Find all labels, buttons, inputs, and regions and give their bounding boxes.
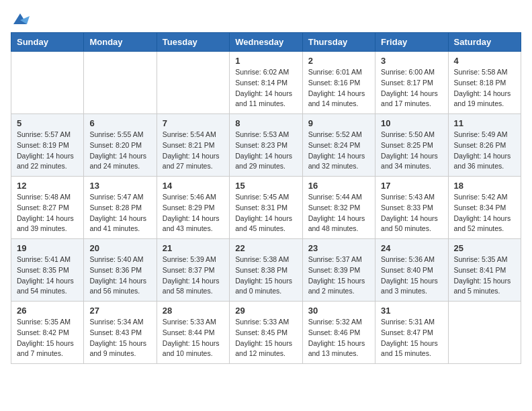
calendar-cell: 15Sunrise: 5:45 AM Sunset: 8:31 PM Dayli… xyxy=(230,177,302,239)
calendar-cell: 29Sunrise: 5:33 AM Sunset: 8:45 PM Dayli… xyxy=(230,302,302,364)
day-info: Sunrise: 5:49 AM Sunset: 8:26 PM Dayligh… xyxy=(454,130,515,172)
header-wednesday: Wednesday xyxy=(230,33,302,52)
day-info: Sunrise: 6:00 AM Sunset: 8:17 PM Dayligh… xyxy=(381,67,442,109)
day-number: 7 xyxy=(163,118,224,128)
calendar-cell: 6Sunrise: 5:55 AM Sunset: 8:20 PM Daylig… xyxy=(84,114,157,177)
day-number: 9 xyxy=(308,118,369,128)
day-number: 30 xyxy=(308,306,369,316)
day-info: Sunrise: 5:40 AM Sunset: 8:36 PM Dayligh… xyxy=(89,255,150,297)
calendar-cell: 26Sunrise: 5:35 AM Sunset: 8:42 PM Dayli… xyxy=(11,302,84,364)
day-info: Sunrise: 5:45 AM Sunset: 8:31 PM Dayligh… xyxy=(235,192,296,234)
header-friday: Friday xyxy=(375,33,448,52)
page-header xyxy=(11,11,521,24)
day-number: 25 xyxy=(454,243,515,253)
day-info: Sunrise: 5:38 AM Sunset: 8:38 PM Dayligh… xyxy=(235,255,296,297)
day-number: 24 xyxy=(381,243,442,253)
calendar-cell: 30Sunrise: 5:32 AM Sunset: 8:46 PM Dayli… xyxy=(302,302,375,364)
header-thursday: Thursday xyxy=(302,33,375,52)
day-number: 14 xyxy=(163,181,224,191)
calendar-cell: 22Sunrise: 5:38 AM Sunset: 8:38 PM Dayli… xyxy=(230,239,302,302)
day-info: Sunrise: 5:53 AM Sunset: 8:23 PM Dayligh… xyxy=(235,130,296,172)
calendar-cell: 19Sunrise: 5:41 AM Sunset: 8:35 PM Dayli… xyxy=(11,239,84,302)
day-number: 20 xyxy=(89,243,150,253)
calendar-cell: 16Sunrise: 5:44 AM Sunset: 8:32 PM Dayli… xyxy=(302,177,375,239)
day-info: Sunrise: 5:33 AM Sunset: 8:45 PM Dayligh… xyxy=(235,317,296,359)
calendar-cell: 18Sunrise: 5:42 AM Sunset: 8:34 PM Dayli… xyxy=(448,177,521,239)
day-number: 22 xyxy=(235,243,296,253)
calendar-cell: 9Sunrise: 5:52 AM Sunset: 8:24 PM Daylig… xyxy=(302,114,375,177)
calendar-cell: 3Sunrise: 6:00 AM Sunset: 8:17 PM Daylig… xyxy=(375,52,448,114)
day-info: Sunrise: 5:36 AM Sunset: 8:40 PM Dayligh… xyxy=(381,255,442,297)
calendar-cell xyxy=(448,302,521,364)
week-row-2: 12Sunrise: 5:48 AM Sunset: 8:27 PM Dayli… xyxy=(11,177,521,239)
day-info: Sunrise: 5:55 AM Sunset: 8:20 PM Dayligh… xyxy=(89,130,150,172)
day-number: 4 xyxy=(454,56,515,66)
day-number: 19 xyxy=(17,243,78,253)
header-saturday: Saturday xyxy=(448,33,521,52)
day-info: Sunrise: 6:01 AM Sunset: 8:16 PM Dayligh… xyxy=(308,67,369,109)
day-info: Sunrise: 5:58 AM Sunset: 8:18 PM Dayligh… xyxy=(454,67,515,109)
day-number: 12 xyxy=(17,181,78,191)
calendar-cell xyxy=(157,52,229,114)
calendar-header-row: SundayMondayTuesdayWednesdayThursdayFrid… xyxy=(11,33,521,52)
week-row-3: 19Sunrise: 5:41 AM Sunset: 8:35 PM Dayli… xyxy=(11,239,521,302)
day-info: Sunrise: 6:02 AM Sunset: 8:14 PM Dayligh… xyxy=(235,67,296,109)
calendar-cell: 10Sunrise: 5:50 AM Sunset: 8:25 PM Dayli… xyxy=(375,114,448,177)
day-info: Sunrise: 5:42 AM Sunset: 8:34 PM Dayligh… xyxy=(454,192,515,234)
day-info: Sunrise: 5:48 AM Sunset: 8:27 PM Dayligh… xyxy=(17,192,78,234)
day-number: 27 xyxy=(89,306,150,316)
day-info: Sunrise: 5:35 AM Sunset: 8:42 PM Dayligh… xyxy=(17,317,78,359)
day-info: Sunrise: 5:31 AM Sunset: 8:47 PM Dayligh… xyxy=(381,317,442,359)
day-info: Sunrise: 5:46 AM Sunset: 8:29 PM Dayligh… xyxy=(163,192,224,234)
calendar-cell: 17Sunrise: 5:43 AM Sunset: 8:33 PM Dayli… xyxy=(375,177,448,239)
day-info: Sunrise: 5:35 AM Sunset: 8:41 PM Dayligh… xyxy=(454,255,515,297)
calendar-cell: 20Sunrise: 5:40 AM Sunset: 8:36 PM Dayli… xyxy=(84,239,157,302)
week-row-0: 1Sunrise: 6:02 AM Sunset: 8:14 PM Daylig… xyxy=(11,52,521,114)
calendar-cell: 12Sunrise: 5:48 AM Sunset: 8:27 PM Dayli… xyxy=(11,177,84,239)
day-number: 5 xyxy=(17,118,78,128)
day-number: 21 xyxy=(163,243,224,253)
day-number: 2 xyxy=(308,56,369,66)
header-tuesday: Tuesday xyxy=(157,33,229,52)
day-number: 28 xyxy=(163,306,224,316)
header-sunday: Sunday xyxy=(11,33,84,52)
day-number: 13 xyxy=(89,181,150,191)
calendar-cell: 24Sunrise: 5:36 AM Sunset: 8:40 PM Dayli… xyxy=(375,239,448,302)
calendar-cell: 11Sunrise: 5:49 AM Sunset: 8:26 PM Dayli… xyxy=(448,114,521,177)
day-number: 6 xyxy=(89,118,150,128)
day-number: 31 xyxy=(381,306,442,316)
day-number: 29 xyxy=(235,306,296,316)
day-info: Sunrise: 5:43 AM Sunset: 8:33 PM Dayligh… xyxy=(381,192,442,234)
day-number: 1 xyxy=(235,56,296,66)
logo-icon xyxy=(11,11,27,24)
calendar-cell: 27Sunrise: 5:34 AM Sunset: 8:43 PM Dayli… xyxy=(84,302,157,364)
calendar-cell: 2Sunrise: 6:01 AM Sunset: 8:16 PM Daylig… xyxy=(302,52,375,114)
calendar-cell: 7Sunrise: 5:54 AM Sunset: 8:21 PM Daylig… xyxy=(157,114,229,177)
calendar-cell: 14Sunrise: 5:46 AM Sunset: 8:29 PM Dayli… xyxy=(157,177,229,239)
day-info: Sunrise: 5:41 AM Sunset: 8:35 PM Dayligh… xyxy=(17,255,78,297)
day-number: 23 xyxy=(308,243,369,253)
header-monday: Monday xyxy=(84,33,157,52)
calendar-cell xyxy=(11,52,84,114)
day-info: Sunrise: 5:34 AM Sunset: 8:43 PM Dayligh… xyxy=(89,317,150,359)
calendar-cell: 25Sunrise: 5:35 AM Sunset: 8:41 PM Dayli… xyxy=(448,239,521,302)
calendar-cell xyxy=(84,52,157,114)
calendar-cell: 21Sunrise: 5:39 AM Sunset: 8:37 PM Dayli… xyxy=(157,239,229,302)
week-row-1: 5Sunrise: 5:57 AM Sunset: 8:19 PM Daylig… xyxy=(11,114,521,177)
day-number: 8 xyxy=(235,118,296,128)
day-number: 26 xyxy=(17,306,78,316)
day-number: 18 xyxy=(454,181,515,191)
day-number: 16 xyxy=(308,181,369,191)
calendar-cell: 1Sunrise: 6:02 AM Sunset: 8:14 PM Daylig… xyxy=(230,52,302,114)
day-number: 17 xyxy=(381,181,442,191)
day-info: Sunrise: 5:52 AM Sunset: 8:24 PM Dayligh… xyxy=(308,130,369,172)
day-number: 10 xyxy=(381,118,442,128)
day-info: Sunrise: 5:47 AM Sunset: 8:28 PM Dayligh… xyxy=(89,192,150,234)
day-number: 3 xyxy=(381,56,442,66)
calendar-cell: 8Sunrise: 5:53 AM Sunset: 8:23 PM Daylig… xyxy=(230,114,302,177)
day-info: Sunrise: 5:50 AM Sunset: 8:25 PM Dayligh… xyxy=(381,130,442,172)
calendar-cell: 5Sunrise: 5:57 AM Sunset: 8:19 PM Daylig… xyxy=(11,114,84,177)
day-info: Sunrise: 5:44 AM Sunset: 8:32 PM Dayligh… xyxy=(308,192,369,234)
day-info: Sunrise: 5:57 AM Sunset: 8:19 PM Dayligh… xyxy=(17,130,78,172)
week-row-4: 26Sunrise: 5:35 AM Sunset: 8:42 PM Dayli… xyxy=(11,302,521,364)
